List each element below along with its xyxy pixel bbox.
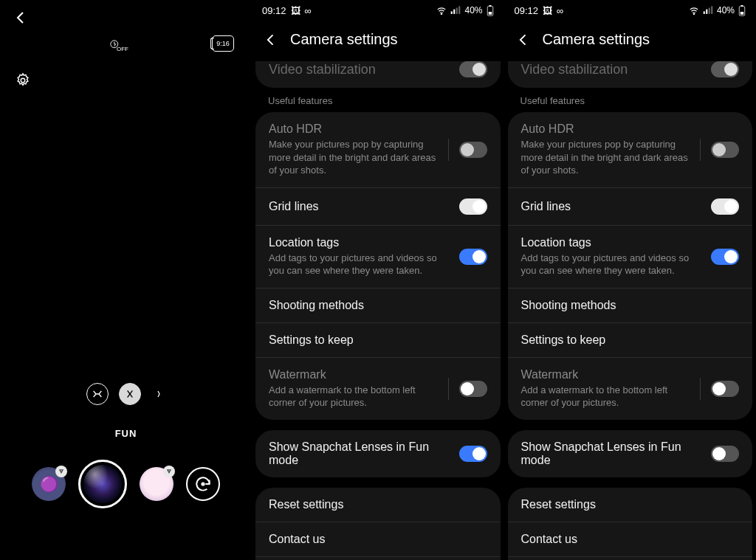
snapchat-card: Show Snapchat Lenses in Fun mode	[255, 430, 501, 477]
camera-top-bar	[0, 0, 252, 27]
svg-rect-10	[488, 12, 492, 15]
shooting-methods-row[interactable]: Shooting methods	[508, 288, 753, 322]
flash-off-icon[interactable]: OFF	[109, 35, 128, 55]
svg-rect-7	[459, 6, 461, 14]
settings-screen-a: 09:12 🖼 ∞ 40% Camera settings Video stab…	[252, 0, 504, 560]
lens-effect-1[interactable]: 🟣	[32, 467, 66, 501]
aspect-ratio-button[interactable]: 9:16	[212, 35, 234, 52]
status-bar: 09:12 🖼 ∞ 40%	[252, 0, 504, 21]
lens-carousel: 🟣	[0, 460, 252, 508]
flash-label: OFF	[117, 46, 128, 52]
svg-rect-15	[711, 6, 712, 14]
toggle[interactable]	[711, 249, 739, 265]
section-label: Useful features	[252, 88, 504, 112]
toggle[interactable]	[459, 198, 487, 215]
settings-header: Camera settings	[252, 21, 504, 61]
toggle[interactable]	[459, 446, 487, 462]
signal-icon	[703, 6, 713, 15]
toggle[interactable]	[459, 142, 487, 158]
image-icon: 🖼	[291, 6, 300, 15]
useful-features-card: Auto HDR Make your pictures pop by captu…	[508, 112, 753, 420]
mode-label: FUN	[0, 428, 252, 439]
toggle[interactable]	[711, 198, 739, 215]
toggle[interactable]	[459, 61, 487, 77]
svg-point-2	[202, 483, 204, 485]
toggle[interactable]	[459, 249, 487, 265]
video-stabilization-row[interactable]: Video stabilization	[255, 61, 501, 88]
settings-to-keep-row[interactable]: Settings to keep	[508, 322, 753, 357]
contact-us-row[interactable]: Contact us	[508, 522, 753, 556]
auto-hdr-row[interactable]: Auto HDR Make your pictures pop by captu…	[508, 112, 753, 187]
svg-point-11	[693, 14, 694, 15]
location-tags-row[interactable]: Location tags Add tags to your pictures …	[508, 225, 753, 288]
svg-rect-12	[704, 11, 705, 14]
svg-rect-13	[706, 10, 707, 14]
svg-rect-5	[454, 10, 456, 14]
settings-title: Camera settings	[290, 31, 398, 48]
zoom-controls	[0, 383, 252, 405]
svg-point-3	[441, 14, 442, 15]
watermark-row[interactable]: Watermark Add a watermark to the bottom …	[508, 357, 753, 420]
lens-effect-2[interactable]	[140, 467, 173, 501]
zoom-wide[interactable]	[119, 383, 141, 405]
svg-rect-6	[456, 8, 458, 14]
watermark-row[interactable]: Watermark Add a watermark to the bottom …	[255, 357, 501, 420]
shutter-button[interactable]	[78, 460, 127, 508]
shooting-methods-row[interactable]: Shooting methods	[255, 288, 501, 322]
settings-title: Camera settings	[543, 31, 650, 48]
aspect-ratio-label: 9:16	[216, 40, 230, 47]
back-icon[interactable]	[516, 32, 531, 47]
general-card: Reset settings Contact us About Camera	[508, 488, 753, 560]
battery-icon	[487, 5, 494, 16]
reset-settings-row[interactable]: Reset settings	[508, 488, 753, 522]
reset-settings-row[interactable]: Reset settings	[255, 488, 501, 522]
switch-camera-button[interactable]	[186, 467, 220, 501]
snapchat-lenses-row[interactable]: Show Snapchat Lenses in Fun mode	[255, 430, 501, 477]
back-icon[interactable]	[264, 32, 278, 47]
battery-pct: 40%	[464, 5, 482, 15]
battery-pct: 40%	[717, 5, 735, 15]
toggle[interactable]	[711, 381, 739, 397]
wifi-icon	[689, 6, 699, 15]
back-icon[interactable]	[12, 9, 30, 27]
image-icon: 🖼	[543, 6, 552, 15]
recycle-icon	[55, 466, 67, 477]
toggle[interactable]	[711, 61, 739, 77]
infinity-icon: ∞	[557, 6, 563, 15]
toggle[interactable]	[711, 142, 739, 158]
gear-icon[interactable]	[15, 72, 31, 89]
zoom-ultrawide[interactable]	[86, 383, 109, 405]
svg-rect-4	[451, 11, 453, 14]
contact-us-row[interactable]: Contact us	[255, 522, 501, 556]
toggle[interactable]	[459, 381, 487, 397]
toggle[interactable]	[711, 446, 739, 462]
section-label: Useful features	[504, 88, 757, 112]
infinity-icon: ∞	[305, 6, 312, 15]
general-card: Reset settings Contact us About Camera	[255, 488, 501, 560]
about-camera-row[interactable]: About Camera	[508, 556, 753, 560]
settings-to-keep-row[interactable]: Settings to keep	[255, 322, 501, 357]
recycle-icon	[163, 466, 175, 477]
svg-point-0	[21, 78, 25, 83]
grid-lines-row[interactable]: Grid lines	[508, 187, 753, 225]
status-bar: 09:12 🖼 ∞ 40%	[504, 0, 757, 21]
grid-lines-row[interactable]: Grid lines	[255, 187, 501, 225]
camera-screen: OFF 9:16 FUN 🟣	[0, 0, 252, 560]
camera-controls-row: OFF 9:16	[0, 35, 252, 55]
zoom-tele[interactable]	[151, 387, 166, 401]
svg-rect-18	[740, 12, 744, 15]
snapchat-lenses-row[interactable]: Show Snapchat Lenses in Fun mode	[508, 430, 753, 477]
useful-features-card: Auto HDR Make your pictures pop by captu…	[255, 112, 501, 420]
settings-header: Camera settings	[504, 21, 757, 61]
about-camera-row[interactable]: About Camera	[255, 556, 501, 560]
status-time: 09:12	[262, 5, 286, 16]
signal-icon	[450, 6, 461, 15]
svg-rect-14	[709, 8, 710, 14]
location-tags-row[interactable]: Location tags Add tags to your pictures …	[255, 225, 501, 288]
settings-screen-b: 09:12 🖼 ∞ 40% Camera settings Video stab…	[504, 0, 757, 560]
snapchat-card: Show Snapchat Lenses in Fun mode	[508, 430, 753, 477]
wifi-icon	[436, 6, 447, 15]
video-stabilization-row[interactable]: Video stabilization	[508, 61, 753, 88]
battery-icon	[738, 5, 746, 16]
auto-hdr-row[interactable]: Auto HDR Make your pictures pop by captu…	[255, 112, 501, 187]
